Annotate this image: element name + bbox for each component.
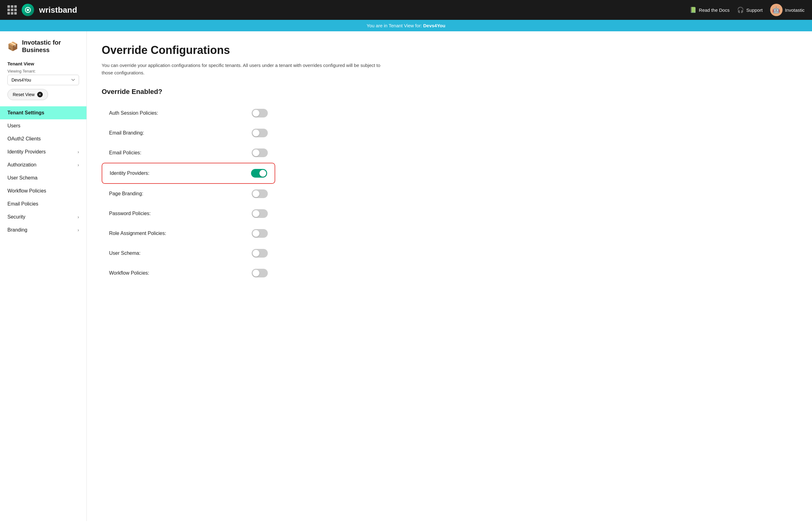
sidebar: 📦 Invotastic for Business Tenant View Vi…	[0, 31, 87, 521]
sidebar-item-label: Authorization	[7, 162, 36, 168]
override-label: Email Policies:	[109, 150, 141, 156]
svg-point-1	[27, 9, 29, 11]
toggle-track[interactable]	[252, 269, 268, 277]
sidebar-item-tenant-settings[interactable]: Tenant Settings	[0, 106, 86, 119]
toggle-knob	[252, 250, 259, 257]
sidebar-item-user-schema[interactable]: User Schema	[0, 172, 86, 184]
sidebar-item-label: Workflow Policies	[7, 188, 46, 194]
toggle-track[interactable]	[252, 129, 268, 137]
toggle-knob	[252, 129, 259, 136]
viewing-tenant-label: Viewing Tenant:	[0, 69, 86, 75]
toggle-2[interactable]	[252, 148, 268, 157]
toggle-knob	[252, 230, 259, 237]
sidebar-item-branding[interactable]: Branding›	[0, 223, 86, 237]
override-item-4: Page Branding:	[102, 184, 275, 204]
page-desc: You can override your application config…	[102, 62, 381, 77]
support-link[interactable]: 🎧 Support	[737, 6, 763, 13]
override-label: Workflow Policies:	[109, 270, 149, 276]
toggle-6[interactable]	[252, 229, 268, 238]
toggle-4[interactable]	[252, 189, 268, 198]
nav-left: wristband	[7, 4, 77, 16]
sidebar-item-label: Identity Providers	[7, 149, 46, 155]
reset-view-button[interactable]: Reset View ✕	[7, 89, 48, 100]
sidebar-item-authorization[interactable]: Authorization›	[0, 158, 86, 172]
sidebar-item-oauth2-clients[interactable]: OAuth2 Clients	[0, 132, 86, 145]
tenant-name: Devs4You	[423, 23, 445, 28]
sidebar-item-label: Branding	[7, 227, 27, 233]
toggle-8[interactable]	[252, 269, 268, 277]
toggle-track[interactable]	[252, 148, 268, 157]
avatar: 🤖	[770, 4, 783, 16]
reset-x-icon: ✕	[37, 92, 43, 97]
override-item-6: Role Assignment Policies:	[102, 223, 275, 243]
override-label: Email Branding:	[109, 130, 144, 136]
sidebar-nav: Tenant SettingsUsersOAuth2 ClientsIdenti…	[0, 106, 86, 237]
sidebar-item-users[interactable]: Users	[0, 119, 86, 132]
toggle-7[interactable]	[252, 249, 268, 258]
toggle-knob	[252, 149, 259, 156]
headset-icon: 🎧	[737, 6, 744, 13]
sidebar-item-label: User Schema	[7, 175, 38, 181]
toggle-5[interactable]	[252, 209, 268, 218]
sidebar-item-label: Tenant Settings	[7, 110, 44, 116]
tenant-banner: You are in Tenant View for: Devs4You	[0, 20, 812, 31]
toggle-3[interactable]	[251, 169, 267, 178]
override-item-7: User Schema:	[102, 243, 275, 263]
main-content: Override Configurations You can override…	[87, 31, 812, 521]
sidebar-item-label: Email Policies	[7, 201, 38, 207]
read-docs-link[interactable]: 📗 Read the Docs	[690, 6, 730, 13]
app-name: wristband	[39, 5, 77, 15]
tenant-select-wrapper: Devs4You	[0, 75, 86, 89]
toggle-track[interactable]	[252, 229, 268, 238]
override-label: Password Policies:	[109, 211, 150, 216]
override-label: Page Branding:	[109, 191, 143, 197]
override-item-2: Email Policies:	[102, 143, 275, 163]
nav-right: 📗 Read the Docs 🎧 Support 🤖 Invotastic	[690, 4, 805, 16]
user-menu[interactable]: 🤖 Invotastic	[770, 4, 805, 16]
toggle-knob	[252, 270, 259, 277]
brand-name: Invotastic for Business	[22, 39, 79, 54]
override-label: User Schema:	[109, 250, 140, 256]
tenant-select[interactable]: Devs4You	[7, 75, 79, 85]
chevron-right-icon: ›	[78, 215, 79, 219]
override-item-3: Identity Providers:	[102, 163, 275, 184]
tenant-view-label: Tenant View	[0, 61, 86, 69]
toggle-track[interactable]	[252, 209, 268, 218]
toggle-track[interactable]	[252, 189, 268, 198]
chevron-right-icon: ›	[78, 227, 79, 233]
toggle-knob	[252, 210, 259, 217]
sidebar-item-workflow-policies[interactable]: Workflow Policies	[0, 184, 86, 198]
sidebar-item-label: Security	[7, 214, 25, 220]
toggle-0[interactable]	[252, 109, 268, 118]
override-item-8: Workflow Policies:	[102, 263, 275, 283]
brand-box-icon: 📦	[7, 41, 18, 52]
toggle-knob	[252, 190, 259, 197]
sidebar-item-label: OAuth2 Clients	[7, 136, 41, 142]
override-label: Role Assignment Policies:	[109, 230, 166, 236]
toggle-1[interactable]	[252, 129, 268, 137]
logo-icon	[22, 4, 34, 16]
sidebar-item-identity-providers[interactable]: Identity Providers›	[0, 145, 86, 158]
toggle-track[interactable]	[251, 169, 267, 178]
override-label: Identity Providers:	[110, 170, 149, 176]
override-label: Auth Session Policies:	[109, 111, 158, 116]
toggle-knob	[259, 170, 266, 177]
sidebar-brand: 📦 Invotastic for Business	[0, 39, 86, 61]
override-item-1: Email Branding:	[102, 123, 275, 143]
override-list: Auth Session Policies:Email Branding:Ema…	[102, 103, 797, 283]
toggle-track[interactable]	[252, 109, 268, 118]
grid-icon[interactable]	[7, 5, 17, 15]
top-nav: wristband 📗 Read the Docs 🎧 Support 🤖 In…	[0, 0, 812, 20]
section-title: Override Enabled?	[102, 88, 797, 96]
book-icon: 📗	[690, 6, 696, 13]
page-title: Override Configurations	[102, 44, 797, 57]
override-item-5: Password Policies:	[102, 204, 275, 223]
sidebar-item-email-policies[interactable]: Email Policies	[0, 198, 86, 210]
reset-btn-wrapper: Reset View ✕	[0, 89, 86, 106]
sidebar-item-security[interactable]: Security›	[0, 210, 86, 223]
chevron-right-icon: ›	[78, 149, 79, 154]
sidebar-item-label: Users	[7, 123, 20, 129]
toggle-track[interactable]	[252, 249, 268, 258]
app-layout: 📦 Invotastic for Business Tenant View Vi…	[0, 31, 812, 521]
override-item-0: Auth Session Policies:	[102, 103, 275, 123]
